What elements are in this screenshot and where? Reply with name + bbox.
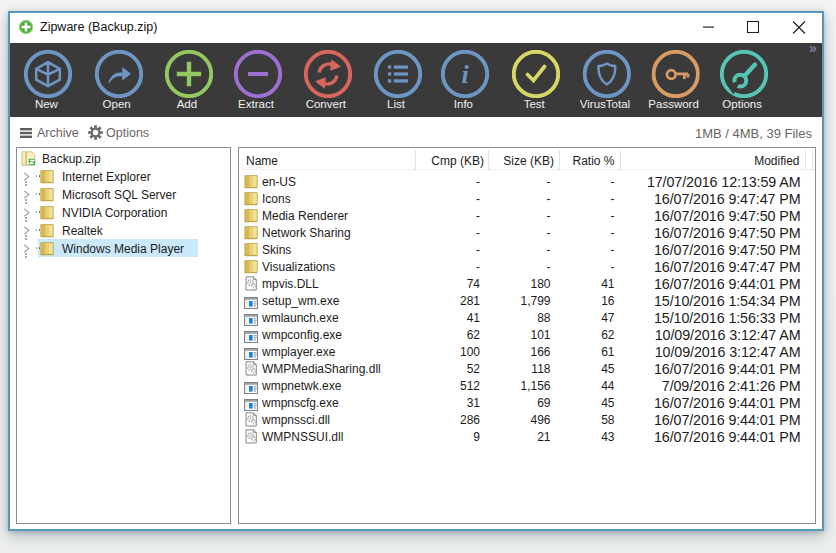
svg-text:i: i: [462, 60, 470, 89]
